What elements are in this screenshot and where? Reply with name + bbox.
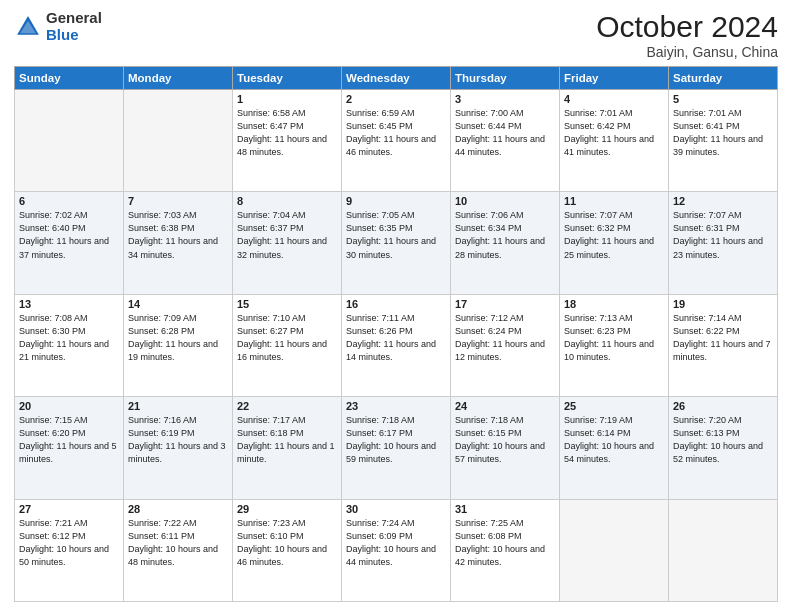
- weekday-header-monday: Monday: [124, 67, 233, 90]
- weekday-header-tuesday: Tuesday: [233, 67, 342, 90]
- day-number: 14: [128, 298, 228, 310]
- day-number: 13: [19, 298, 119, 310]
- day-cell: 1Sunrise: 6:58 AMSunset: 6:47 PMDaylight…: [233, 90, 342, 192]
- day-info: Sunrise: 7:18 AMSunset: 6:17 PMDaylight:…: [346, 414, 446, 466]
- day-number: 1: [237, 93, 337, 105]
- day-info: Sunrise: 7:15 AMSunset: 6:20 PMDaylight:…: [19, 414, 119, 466]
- day-cell: [15, 90, 124, 192]
- day-info: Sunrise: 6:59 AMSunset: 6:45 PMDaylight:…: [346, 107, 446, 159]
- day-cell: 31Sunrise: 7:25 AMSunset: 6:08 PMDayligh…: [451, 499, 560, 601]
- day-number: 22: [237, 400, 337, 412]
- day-cell: 12Sunrise: 7:07 AMSunset: 6:31 PMDayligh…: [669, 192, 778, 294]
- day-info: Sunrise: 7:19 AMSunset: 6:14 PMDaylight:…: [564, 414, 664, 466]
- week-row-3: 13Sunrise: 7:08 AMSunset: 6:30 PMDayligh…: [15, 294, 778, 396]
- day-info: Sunrise: 7:25 AMSunset: 6:08 PMDaylight:…: [455, 517, 555, 569]
- day-cell: 11Sunrise: 7:07 AMSunset: 6:32 PMDayligh…: [560, 192, 669, 294]
- day-cell: 26Sunrise: 7:20 AMSunset: 6:13 PMDayligh…: [669, 397, 778, 499]
- day-cell: 9Sunrise: 7:05 AMSunset: 6:35 PMDaylight…: [342, 192, 451, 294]
- day-cell: 30Sunrise: 7:24 AMSunset: 6:09 PMDayligh…: [342, 499, 451, 601]
- day-number: 16: [346, 298, 446, 310]
- day-number: 6: [19, 195, 119, 207]
- day-info: Sunrise: 7:10 AMSunset: 6:27 PMDaylight:…: [237, 312, 337, 364]
- day-cell: 20Sunrise: 7:15 AMSunset: 6:20 PMDayligh…: [15, 397, 124, 499]
- day-number: 31: [455, 503, 555, 515]
- day-info: Sunrise: 7:03 AMSunset: 6:38 PMDaylight:…: [128, 209, 228, 261]
- day-number: 8: [237, 195, 337, 207]
- day-info: Sunrise: 7:24 AMSunset: 6:09 PMDaylight:…: [346, 517, 446, 569]
- day-info: Sunrise: 7:07 AMSunset: 6:31 PMDaylight:…: [673, 209, 773, 261]
- day-number: 27: [19, 503, 119, 515]
- calendar-body: 1Sunrise: 6:58 AMSunset: 6:47 PMDaylight…: [15, 90, 778, 602]
- day-cell: 7Sunrise: 7:03 AMSunset: 6:38 PMDaylight…: [124, 192, 233, 294]
- day-cell: [669, 499, 778, 601]
- day-cell: 22Sunrise: 7:17 AMSunset: 6:18 PMDayligh…: [233, 397, 342, 499]
- day-cell: 5Sunrise: 7:01 AMSunset: 6:41 PMDaylight…: [669, 90, 778, 192]
- day-info: Sunrise: 7:22 AMSunset: 6:11 PMDaylight:…: [128, 517, 228, 569]
- weekday-header-saturday: Saturday: [669, 67, 778, 90]
- day-info: Sunrise: 7:09 AMSunset: 6:28 PMDaylight:…: [128, 312, 228, 364]
- day-info: Sunrise: 7:17 AMSunset: 6:18 PMDaylight:…: [237, 414, 337, 466]
- day-info: Sunrise: 7:14 AMSunset: 6:22 PMDaylight:…: [673, 312, 773, 364]
- week-row-2: 6Sunrise: 7:02 AMSunset: 6:40 PMDaylight…: [15, 192, 778, 294]
- day-number: 10: [455, 195, 555, 207]
- day-number: 3: [455, 93, 555, 105]
- day-info: Sunrise: 7:08 AMSunset: 6:30 PMDaylight:…: [19, 312, 119, 364]
- day-cell: 25Sunrise: 7:19 AMSunset: 6:14 PMDayligh…: [560, 397, 669, 499]
- day-number: 23: [346, 400, 446, 412]
- day-number: 12: [673, 195, 773, 207]
- logo-icon: [14, 13, 42, 41]
- day-info: Sunrise: 7:13 AMSunset: 6:23 PMDaylight:…: [564, 312, 664, 364]
- day-info: Sunrise: 7:01 AMSunset: 6:41 PMDaylight:…: [673, 107, 773, 159]
- location: Baiyin, Gansu, China: [596, 44, 778, 60]
- day-number: 5: [673, 93, 773, 105]
- day-cell: 15Sunrise: 7:10 AMSunset: 6:27 PMDayligh…: [233, 294, 342, 396]
- week-row-1: 1Sunrise: 6:58 AMSunset: 6:47 PMDaylight…: [15, 90, 778, 192]
- day-number: 28: [128, 503, 228, 515]
- title-block: October 2024 Baiyin, Gansu, China: [596, 10, 778, 60]
- day-info: Sunrise: 7:06 AMSunset: 6:34 PMDaylight:…: [455, 209, 555, 261]
- header: General Blue October 2024 Baiyin, Gansu,…: [14, 10, 778, 60]
- day-number: 30: [346, 503, 446, 515]
- day-cell: 17Sunrise: 7:12 AMSunset: 6:24 PMDayligh…: [451, 294, 560, 396]
- day-number: 2: [346, 93, 446, 105]
- weekday-header-friday: Friday: [560, 67, 669, 90]
- day-number: 11: [564, 195, 664, 207]
- day-number: 20: [19, 400, 119, 412]
- calendar-table: SundayMondayTuesdayWednesdayThursdayFrid…: [14, 66, 778, 602]
- day-cell: 29Sunrise: 7:23 AMSunset: 6:10 PMDayligh…: [233, 499, 342, 601]
- day-cell: [560, 499, 669, 601]
- day-info: Sunrise: 7:20 AMSunset: 6:13 PMDaylight:…: [673, 414, 773, 466]
- day-cell: 10Sunrise: 7:06 AMSunset: 6:34 PMDayligh…: [451, 192, 560, 294]
- day-cell: 14Sunrise: 7:09 AMSunset: 6:28 PMDayligh…: [124, 294, 233, 396]
- day-cell: 2Sunrise: 6:59 AMSunset: 6:45 PMDaylight…: [342, 90, 451, 192]
- day-number: 17: [455, 298, 555, 310]
- day-cell: 21Sunrise: 7:16 AMSunset: 6:19 PMDayligh…: [124, 397, 233, 499]
- day-cell: 4Sunrise: 7:01 AMSunset: 6:42 PMDaylight…: [560, 90, 669, 192]
- day-info: Sunrise: 7:00 AMSunset: 6:44 PMDaylight:…: [455, 107, 555, 159]
- day-cell: 16Sunrise: 7:11 AMSunset: 6:26 PMDayligh…: [342, 294, 451, 396]
- day-info: Sunrise: 7:11 AMSunset: 6:26 PMDaylight:…: [346, 312, 446, 364]
- day-cell: 3Sunrise: 7:00 AMSunset: 6:44 PMDaylight…: [451, 90, 560, 192]
- day-number: 15: [237, 298, 337, 310]
- day-number: 4: [564, 93, 664, 105]
- day-info: Sunrise: 7:05 AMSunset: 6:35 PMDaylight:…: [346, 209, 446, 261]
- day-cell: 6Sunrise: 7:02 AMSunset: 6:40 PMDaylight…: [15, 192, 124, 294]
- day-info: Sunrise: 7:02 AMSunset: 6:40 PMDaylight:…: [19, 209, 119, 261]
- day-cell: 23Sunrise: 7:18 AMSunset: 6:17 PMDayligh…: [342, 397, 451, 499]
- day-cell: 8Sunrise: 7:04 AMSunset: 6:37 PMDaylight…: [233, 192, 342, 294]
- weekday-header-wednesday: Wednesday: [342, 67, 451, 90]
- day-number: 29: [237, 503, 337, 515]
- day-info: Sunrise: 7:21 AMSunset: 6:12 PMDaylight:…: [19, 517, 119, 569]
- weekday-header-row: SundayMondayTuesdayWednesdayThursdayFrid…: [15, 67, 778, 90]
- day-cell: 24Sunrise: 7:18 AMSunset: 6:15 PMDayligh…: [451, 397, 560, 499]
- logo: General Blue: [14, 10, 102, 43]
- day-cell: [124, 90, 233, 192]
- day-info: Sunrise: 7:01 AMSunset: 6:42 PMDaylight:…: [564, 107, 664, 159]
- day-number: 18: [564, 298, 664, 310]
- day-number: 25: [564, 400, 664, 412]
- day-info: Sunrise: 7:23 AMSunset: 6:10 PMDaylight:…: [237, 517, 337, 569]
- weekday-header-thursday: Thursday: [451, 67, 560, 90]
- day-cell: 27Sunrise: 7:21 AMSunset: 6:12 PMDayligh…: [15, 499, 124, 601]
- month-title: October 2024: [596, 10, 778, 44]
- day-number: 19: [673, 298, 773, 310]
